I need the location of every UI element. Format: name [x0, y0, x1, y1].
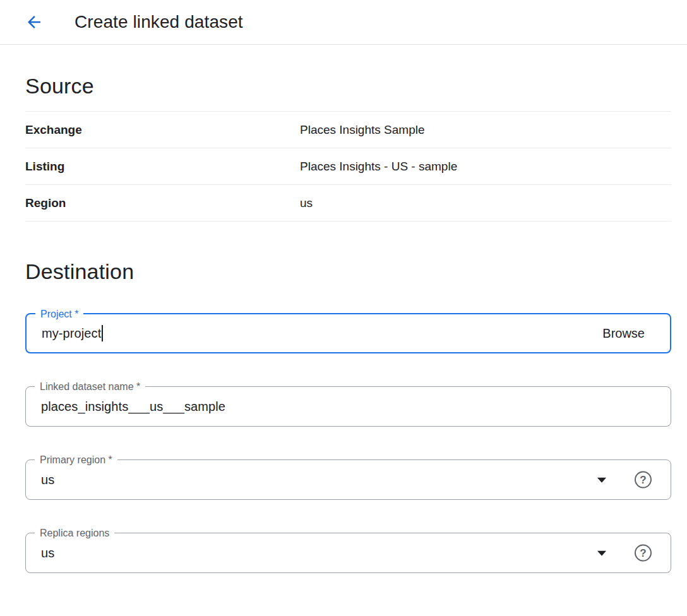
project-input[interactable]: my-project	[42, 326, 101, 341]
help-circle-icon[interactable]: ?	[635, 471, 652, 489]
project-field-label: Project *	[35, 307, 83, 321]
arrow-back-icon	[25, 13, 44, 32]
destination-heading: Destination	[25, 259, 671, 284]
region-label: Region	[25, 196, 300, 210]
header: Create linked dataset	[0, 0, 687, 45]
exchange-value: Places Insights Sample	[300, 123, 425, 137]
primary-region-select[interactable]: Primary region * us ?	[25, 459, 671, 500]
replica-regions-value: us	[41, 546, 54, 560]
linked-dataset-name-input[interactable]: places_insights___us___sample	[41, 400, 225, 414]
chevron-down-icon[interactable]	[597, 551, 606, 556]
region-value: us	[300, 196, 313, 210]
exchange-label: Exchange	[25, 123, 300, 137]
chevron-down-icon[interactable]	[597, 478, 606, 483]
page-title: Create linked dataset	[75, 12, 243, 32]
primary-region-value: us	[41, 473, 54, 487]
source-heading: Source	[25, 74, 671, 98]
main-content: Source Exchange Places Insights Sample L…	[0, 74, 687, 573]
table-row-listing: Listing Places Insights - US - sample	[25, 148, 671, 185]
primary-region-label: Primary region *	[35, 453, 117, 466]
table-row-region: Region us	[25, 185, 671, 222]
text-cursor	[102, 325, 103, 341]
listing-value: Places Insights - US - sample	[300, 160, 457, 174]
project-field[interactable]: Project * my-project Browse	[25, 313, 671, 353]
replica-regions-select[interactable]: Replica regions us ?	[25, 533, 671, 573]
listing-label: Listing	[25, 160, 300, 174]
replica-regions-label: Replica regions	[35, 526, 114, 540]
source-table: Exchange Places Insights Sample Listing …	[25, 111, 671, 222]
back-button[interactable]	[20, 8, 48, 36]
help-circle-icon[interactable]: ?	[635, 545, 652, 562]
table-row-exchange: Exchange Places Insights Sample	[25, 112, 671, 148]
linked-dataset-name-field[interactable]: Linked dataset name * places_insights___…	[25, 386, 671, 427]
linked-dataset-name-label: Linked dataset name *	[35, 380, 145, 393]
browse-button[interactable]: Browse	[602, 326, 645, 341]
